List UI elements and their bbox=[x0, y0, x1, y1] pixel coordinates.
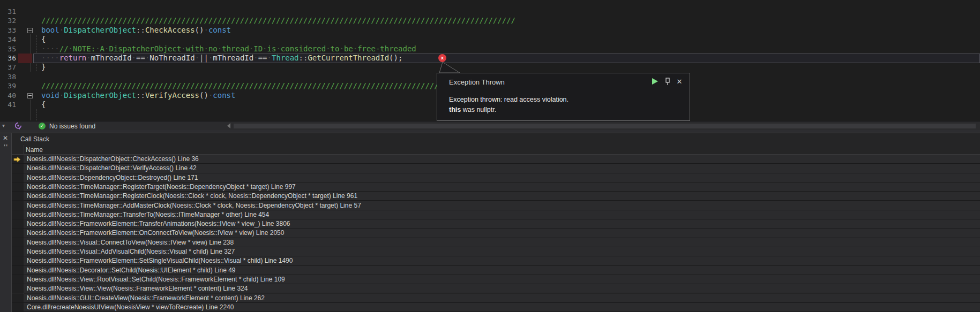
callstack-frame-row[interactable]: Noesis.dll!Noesis::FrameworkElement::Tra… bbox=[12, 219, 980, 229]
frame-text: Noesis.dll!Noesis::GUI::CreateView(Noesi… bbox=[27, 294, 265, 302]
code-text: void·DispatcherObject::VerifyAccess()·co… bbox=[41, 91, 235, 100]
callstack-frame-row[interactable]: Noesis.dll!Noesis::FrameworkElement::Set… bbox=[12, 256, 980, 265]
callstack-column-header[interactable]: Name bbox=[12, 145, 980, 155]
frame-text: Noesis.dll!Noesis::View::View(Noesis::Fr… bbox=[27, 285, 248, 292]
horizontal-scrollbar[interactable] bbox=[234, 124, 976, 128]
callstack-frame-row[interactable]: Noesis.dll!Noesis::TimeManager::Register… bbox=[12, 182, 980, 192]
callstack-frame-row[interactable]: Noesis.dll!Noesis::GUI::CreateView(Noesi… bbox=[12, 294, 980, 303]
frame-text: Noesis.dll!Noesis::Visual::AddVisualChil… bbox=[27, 248, 235, 255]
line-number: 39 bbox=[0, 81, 16, 90]
frame-gutter bbox=[12, 164, 24, 172]
callstack-frame-row[interactable]: Noesis.dll!Noesis::View::View(Noesis::Fr… bbox=[12, 284, 980, 293]
line-number: 41 bbox=[0, 100, 16, 109]
frame-text: Noesis.dll!Noesis::Decorator::SetChild(N… bbox=[27, 267, 236, 274]
frame-text: Noesis.dll!Noesis::DispatcherObject::Ver… bbox=[27, 164, 197, 172]
code-line-33[interactable]: 33bool·DispatcherObject::CheckAccess()·c… bbox=[0, 26, 980, 35]
breakpoint-margin[interactable] bbox=[18, 100, 32, 110]
editor-status-bar: ▾ ✓ No issues found bbox=[0, 121, 980, 130]
collapse-region-icon[interactable] bbox=[27, 93, 33, 98]
line-number: 37 bbox=[0, 63, 16, 72]
callstack-frame-row[interactable]: Noesis.dll!Noesis::FrameworkElement::OnC… bbox=[12, 229, 980, 238]
callstack-frame-row[interactable]: Noesis.dll!Noesis::DispatcherObject::Ver… bbox=[12, 164, 980, 173]
frame-gutter bbox=[12, 210, 24, 219]
callstack-frame-row[interactable]: Noesis.dll!Noesis::Decorator::SetChild(N… bbox=[12, 266, 980, 275]
frame-gutter bbox=[12, 247, 24, 256]
line-number: 36 bbox=[0, 54, 16, 63]
exception-detail: this was nullptr. bbox=[449, 106, 496, 113]
frame-gutter bbox=[12, 229, 24, 237]
frame-text: Noesis.dll!Noesis::View::RootVisual::Set… bbox=[27, 276, 285, 283]
code-line-32[interactable]: 32//////////////////////////////////////… bbox=[0, 16, 980, 26]
frame-text: Core.dll!recreateNoesisUIView(NoesisView… bbox=[27, 303, 234, 311]
frame-text: Noesis.dll!Noesis::TimeManager::Register… bbox=[27, 183, 296, 191]
exception-message: Exception thrown: read access violation. bbox=[449, 96, 568, 103]
frame-text: Noesis.dll!Noesis::FrameworkElement::OnC… bbox=[27, 229, 284, 237]
breakpoint-margin[interactable] bbox=[18, 44, 32, 54]
breakpoint-margin[interactable] bbox=[18, 35, 32, 44]
callstack-frame-row[interactable]: Noesis.dll!Noesis::TimeManager::AddMaste… bbox=[12, 201, 980, 210]
frame-text: Noesis.dll!Noesis::TimeManager::Transfer… bbox=[27, 211, 269, 218]
frame-text: Noesis.dll!Noesis::DependencyObject::Des… bbox=[27, 174, 198, 181]
breakpoint-margin[interactable] bbox=[18, 7, 32, 17]
frame-gutter bbox=[12, 284, 24, 293]
frame-gutter bbox=[12, 275, 24, 284]
drag-grip-icon[interactable]: '' bbox=[4, 143, 8, 151]
line-number: 32 bbox=[0, 16, 16, 25]
indent-guide bbox=[36, 109, 37, 120]
frame-gutter bbox=[12, 303, 24, 311]
callstack-frame-row[interactable]: Noesis.dll!Noesis::Visual::AddVisualChil… bbox=[12, 247, 980, 256]
issues-status-text[interactable]: No issues found bbox=[49, 123, 95, 130]
code-text: bool·DispatcherObject::CheckAccess()·con… bbox=[41, 26, 231, 35]
close-icon[interactable]: ✕ bbox=[3, 135, 8, 141]
visual-studio-debug-view: 3132////////////////////////////////////… bbox=[0, 0, 980, 312]
pin-icon[interactable] bbox=[663, 78, 672, 86]
frame-gutter bbox=[12, 155, 24, 163]
collapse-region-icon[interactable] bbox=[27, 28, 33, 33]
frame-text: Noesis.dll!Noesis::FrameworkElement::Set… bbox=[27, 257, 293, 264]
code-line-37[interactable]: 37} bbox=[0, 63, 980, 72]
code-line-36[interactable]: 36····return·mThreadId·==·NoThreadId·||·… bbox=[0, 54, 980, 63]
code-text: ····//·NOTE:·A·DispatcherObject·with·no·… bbox=[41, 44, 416, 54]
frame-text: Noesis.dll!Noesis::Visual::ConnectToView… bbox=[27, 239, 234, 246]
frame-gutter bbox=[12, 266, 24, 275]
callstack-frame-row[interactable]: Noesis.dll!Noesis::DispatcherObject::Che… bbox=[12, 155, 980, 164]
chevron-down-icon[interactable]: ▾ bbox=[2, 123, 5, 128]
line-number: 33 bbox=[0, 26, 16, 35]
column-name-label: Name bbox=[26, 146, 43, 154]
line-number: 31 bbox=[0, 7, 16, 16]
frame-gutter bbox=[12, 219, 24, 228]
callstack-frame-row[interactable]: Noesis.dll!Noesis::Visual::ConnectToView… bbox=[12, 238, 980, 247]
callstack-frame-row[interactable]: Core.dll!recreateNoesisUIView(NoesisView… bbox=[12, 303, 980, 312]
code-line-35[interactable]: 35····//·NOTE:·A·DispatcherObject·with·n… bbox=[0, 44, 980, 54]
close-icon[interactable]: ✕ bbox=[675, 78, 684, 86]
frame-gutter bbox=[12, 192, 24, 200]
callstack-frame-row[interactable]: Noesis.dll!Noesis::DependencyObject::Des… bbox=[12, 173, 980, 182]
line-number: 35 bbox=[0, 44, 16, 54]
callstack-frame-row[interactable]: Noesis.dll!Noesis::TimeManager::Transfer… bbox=[12, 210, 980, 219]
scrollbar-left-arrow-icon[interactable] bbox=[227, 123, 230, 128]
panel-title: Call Stack bbox=[20, 135, 49, 143]
continue-execution-icon[interactable] bbox=[650, 78, 660, 86]
breakpoint-margin[interactable] bbox=[18, 54, 32, 63]
frame-gutter bbox=[12, 256, 24, 265]
breakpoint-margin[interactable] bbox=[18, 72, 32, 82]
exception-popup: Exception Thrown ✕ Exception thrown: rea… bbox=[437, 73, 690, 121]
code-line-34[interactable]: 34{ bbox=[0, 35, 980, 44]
breakpoint-margin[interactable] bbox=[18, 81, 32, 91]
breakpoint-margin[interactable] bbox=[18, 63, 32, 72]
line-number: 34 bbox=[0, 35, 16, 44]
line-number: 38 bbox=[0, 72, 16, 81]
breakpoint-margin[interactable] bbox=[18, 16, 32, 26]
current-frame-arrow-icon bbox=[13, 156, 21, 163]
code-text: { bbox=[41, 35, 46, 44]
call-stack-panel: ✕ '' Call Stack Name Noesis.dll!Noesis::… bbox=[0, 133, 980, 312]
frame-gutter bbox=[12, 182, 24, 191]
frame-gutter bbox=[12, 173, 24, 182]
code-text: } bbox=[41, 63, 46, 72]
frame-gutter bbox=[12, 201, 24, 210]
callstack-frame-row[interactable]: Noesis.dll!Noesis::View::RootVisual::Set… bbox=[12, 275, 980, 284]
line-number: 40 bbox=[0, 91, 16, 100]
callstack-frame-row[interactable]: Noesis.dll!Noesis::TimeManager::Register… bbox=[12, 192, 980, 201]
exception-popup-title: Exception Thrown bbox=[449, 78, 505, 86]
code-line-31[interactable]: 31 bbox=[0, 7, 980, 17]
